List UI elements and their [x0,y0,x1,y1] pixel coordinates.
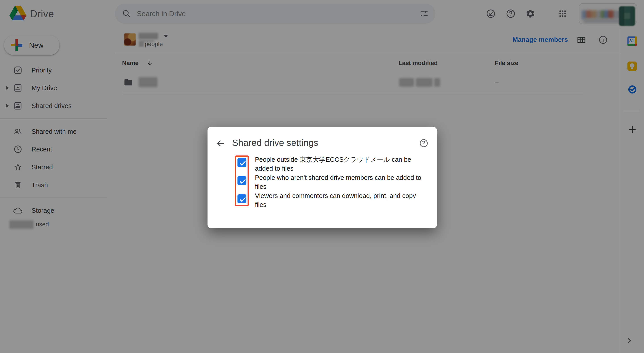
setting-label: Viewers and commenters can download, pri… [255,191,425,209]
checkbox-external-people[interactable] [238,158,246,167]
setting-label: People who aren't shared drive members c… [255,173,425,191]
help-icon[interactable] [419,138,428,148]
back-arrow-icon[interactable] [216,138,226,148]
check-icon [238,159,247,168]
dialog-title: Shared drive settings [232,138,318,148]
shared-drive-settings-dialog: Shared drive settings People outside 東京大… [208,127,437,228]
setting-label: People outside 東京大学ECCSクラウドメール can be ad… [255,155,425,173]
setting-viewer-download: Viewers and commenters can download, pri… [238,193,425,211]
setting-non-member-access: People who aren't shared drive members c… [238,175,425,193]
check-icon [238,195,247,204]
google-drive-app: Drive [0,0,644,353]
check-icon [238,177,247,186]
checkbox-viewer-download[interactable] [238,194,246,203]
checkbox-non-member-access[interactable] [238,176,246,185]
setting-external-people: People outside 東京大学ECCSクラウドメール can be ad… [238,157,425,174]
